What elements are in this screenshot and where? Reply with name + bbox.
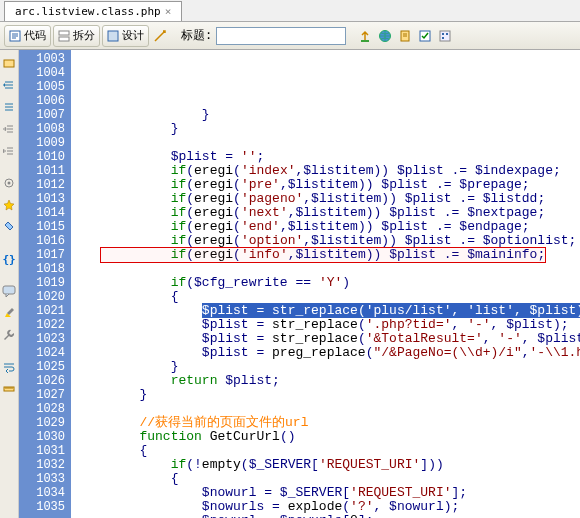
line-gutter: 1003100410051006100710081009101010111012… (19, 50, 71, 518)
code-editor[interactable]: 1003100410051006100710081009101010111012… (19, 50, 580, 518)
globe-icon[interactable] (376, 27, 394, 45)
svg-rect-9 (446, 33, 448, 35)
svg-rect-8 (442, 33, 444, 35)
check-icon[interactable] (416, 27, 434, 45)
split-view-label: 拆分 (73, 28, 95, 43)
tab-title: arc.listview.class.php (15, 5, 161, 18)
svg-rect-10 (442, 37, 444, 39)
live-view-icon[interactable] (151, 27, 169, 45)
title-input[interactable] (216, 27, 346, 45)
upload-icon[interactable] (356, 27, 374, 45)
vtool-star-icon[interactable] (0, 196, 18, 214)
vtool-ruler-icon[interactable] (0, 380, 18, 398)
split-view-button[interactable]: 拆分 (53, 25, 100, 47)
vtool-expand-icon[interactable] (0, 98, 18, 116)
svg-point-13 (8, 182, 11, 185)
svg-rect-14 (3, 286, 15, 294)
editor-main: {} 1003100410051006100710081009101010111… (0, 50, 580, 518)
svg-rect-3 (108, 31, 118, 41)
vertical-toolbar: {} (0, 50, 19, 518)
code-view-label: 代码 (24, 28, 46, 43)
options-icon[interactable] (436, 27, 454, 45)
vtool-wrap-icon[interactable] (0, 358, 18, 376)
close-icon[interactable]: × (165, 5, 172, 18)
svg-rect-7 (440, 31, 450, 41)
vtool-tag-icon[interactable] (0, 218, 18, 236)
svg-rect-2 (59, 37, 69, 41)
vtool-wrench-icon[interactable] (0, 326, 18, 344)
svg-rect-1 (59, 31, 69, 35)
design-view-button[interactable]: 设计 (102, 25, 149, 47)
vtool-collapse-icon[interactable] (0, 76, 18, 94)
split-icon (58, 30, 70, 42)
title-label: 标题: (181, 27, 212, 44)
file-tab[interactable]: arc.listview.class.php × (4, 1, 182, 21)
vtool-brackets-icon[interactable]: {} (0, 250, 18, 268)
code-view-button[interactable]: 代码 (4, 25, 51, 47)
design-icon (107, 30, 119, 42)
tab-bar: arc.listview.class.php × (0, 0, 580, 22)
vtool-outdent-icon[interactable] (0, 142, 18, 160)
svg-rect-11 (4, 60, 14, 67)
toolbar: 代码 拆分 设计 标题: (0, 22, 580, 50)
vtool-open-icon[interactable] (0, 54, 18, 72)
code-area[interactable]: } } $plist = ''; if(eregi('index',$listi… (71, 50, 580, 518)
code-icon (9, 30, 21, 42)
design-view-label: 设计 (122, 28, 144, 43)
vtool-target-icon[interactable] (0, 174, 18, 192)
vtool-indent-icon[interactable] (0, 120, 18, 138)
book-icon[interactable] (396, 27, 414, 45)
vtool-highlight-icon[interactable] (0, 304, 18, 322)
vtool-comment-icon[interactable] (0, 282, 18, 300)
